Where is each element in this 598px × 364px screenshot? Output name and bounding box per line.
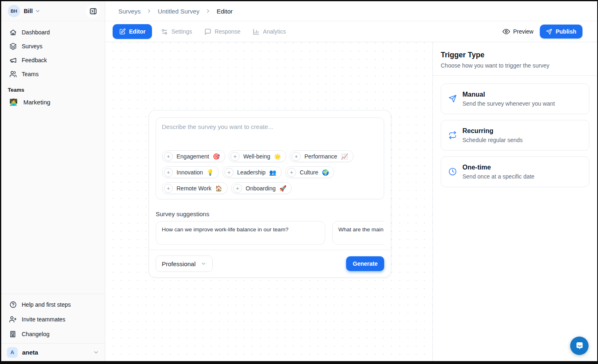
- topic-chips: + Engagement 🎯 + Well-being 🌟 +: [162, 150, 378, 194]
- breadcrumb-surveys[interactable]: Surveys: [118, 8, 140, 15]
- chat-launcher-button[interactable]: [570, 337, 589, 355]
- star-emoji: 🌟: [274, 153, 281, 160]
- trigger-option-one-time[interactable]: One-time Send once at a specific date: [441, 156, 589, 187]
- trigger-option-title: Manual: [462, 91, 555, 98]
- sidebar-item-marketing[interactable]: 👩‍💻 Marketing: [5, 95, 102, 109]
- user-menu[interactable]: A aneta: [1, 343, 105, 361]
- sidebar-item-changelog[interactable]: Changelog: [5, 327, 102, 341]
- sidebar-item-label: Invite teammates: [22, 316, 66, 323]
- suggestions-heading: Survey suggestions: [156, 210, 384, 217]
- sidebar-item-dashboard[interactable]: Dashboard: [5, 25, 102, 39]
- rocket-emoji: 🚀: [279, 185, 286, 192]
- sidebar-item-label: Dashboard: [22, 29, 50, 36]
- trigger-option-manual[interactable]: Manual Send the survey whenever you want: [441, 84, 589, 114]
- globe-emoji: 🌍: [322, 169, 329, 176]
- panel-subtitle: Choose how you want to trigger the surve…: [441, 62, 589, 69]
- breadcrumb-editor: Editor: [217, 8, 233, 15]
- chip-engagement[interactable]: + Engagement 🎯: [162, 150, 225, 162]
- suggestion-card[interactable]: What are the main ob: [332, 221, 384, 245]
- chevron-down-icon: [201, 261, 206, 267]
- chat-smile-icon: [575, 341, 584, 351]
- trigger-option-recurring[interactable]: Recurring Schedule regular sends: [441, 120, 589, 151]
- tab-analytics[interactable]: Analytics: [248, 24, 291, 39]
- publish-button[interactable]: Publish: [540, 25, 582, 38]
- chip-culture[interactable]: + Culture 🌍: [285, 166, 335, 178]
- user-plus-icon: [9, 316, 17, 323]
- workspace-switcher[interactable]: BH Bill: [1, 1, 105, 21]
- plus-icon: +: [233, 184, 242, 193]
- chevron-down-icon: [93, 349, 99, 355]
- home-icon: [9, 29, 17, 36]
- tab-label: Response: [215, 28, 240, 35]
- sidebar-item-label: Surveys: [22, 43, 43, 50]
- sidebar-item-label: Teams: [22, 71, 39, 77]
- chip-leadership[interactable]: + Leadership 👥: [222, 166, 282, 178]
- trigger-option-description: Send once at a specific date: [462, 173, 535, 180]
- tab-label: Editor: [129, 28, 145, 35]
- trigger-options: Manual Send the survey whenever you want…: [433, 76, 597, 195]
- plus-icon: +: [164, 152, 173, 161]
- generator-footer: Professional Generate: [149, 250, 391, 277]
- users-icon: [9, 70, 17, 78]
- sidebar-collapse-button[interactable]: [86, 4, 100, 18]
- tab-label: Analytics: [263, 28, 286, 35]
- chevron-right-icon: [205, 8, 211, 14]
- editor-canvas[interactable]: + Engagement 🎯 + Well-being 🌟 +: [105, 42, 433, 361]
- chat-bubble-icon: [204, 28, 211, 35]
- tab-editor[interactable]: Editor: [113, 24, 152, 39]
- preview-button[interactable]: Preview: [503, 28, 534, 35]
- content-area: + Engagement 🎯 + Well-being 🌟 +: [105, 42, 597, 361]
- plus-icon: +: [164, 184, 173, 193]
- chip-onboarding[interactable]: + Onboarding 🚀: [231, 182, 292, 194]
- sidebar-item-surveys[interactable]: Surveys: [5, 39, 102, 53]
- clock-icon: [448, 167, 457, 180]
- user-name: aneta: [22, 349, 38, 356]
- trigger-option-text: Recurring Schedule regular sends: [462, 127, 523, 143]
- send-icon: [448, 95, 457, 107]
- suggestion-card[interactable]: How can we improve work-life balance in …: [156, 221, 325, 245]
- sidebar-nav: Dashboard Surveys Feedback Teams: [1, 21, 105, 81]
- sidebar-item-help[interactable]: Help and first steps: [5, 297, 102, 312]
- trigger-option-text: Manual Send the survey whenever you want: [462, 91, 555, 107]
- tab-response[interactable]: Response: [199, 24, 245, 39]
- trigger-type-panel: Trigger Type Choose how you want to trig…: [433, 42, 597, 361]
- edit-icon: [119, 28, 126, 35]
- eye-icon: [503, 28, 510, 35]
- plus-icon: +: [287, 168, 296, 177]
- teams-section-label: Teams: [1, 81, 105, 95]
- workspace-avatar: BH: [8, 5, 20, 17]
- bulb-emoji: 💡: [207, 169, 214, 176]
- survey-generator-card: + Engagement 🎯 + Well-being 🌟 +: [149, 110, 391, 278]
- trigger-option-description: Schedule regular sends: [462, 137, 523, 143]
- chart-emoji: 📈: [341, 153, 348, 160]
- chevron-down-icon: [35, 8, 41, 14]
- sidebar-item-teams[interactable]: Teams: [5, 67, 102, 81]
- tone-select[interactable]: Professional: [156, 255, 213, 272]
- sidebar-item-label: Changelog: [22, 331, 50, 337]
- chip-well-being[interactable]: + Well-being 🌟: [229, 150, 286, 162]
- chip-remote-work[interactable]: + Remote Work 🏠: [162, 182, 228, 194]
- plus-icon: +: [224, 168, 233, 177]
- help-circle-icon: [9, 301, 17, 308]
- chip-performance[interactable]: + Performance 📈: [290, 150, 353, 162]
- breadcrumb: Surveys Untitled Survey Editor: [105, 1, 597, 21]
- generate-button[interactable]: Generate: [346, 256, 384, 271]
- bar-chart-icon: [253, 28, 260, 35]
- chip-innovation[interactable]: + Innovation 💡: [162, 166, 219, 178]
- publish-label: Publish: [555, 28, 576, 35]
- team-emoji: 👩‍💻: [9, 98, 18, 106]
- survey-prompt-input[interactable]: [162, 123, 378, 149]
- team-label: Marketing: [23, 99, 50, 106]
- repeat-icon: [448, 131, 457, 143]
- breadcrumb-untitled-survey[interactable]: Untitled Survey: [158, 8, 199, 15]
- user-avatar: A: [7, 347, 18, 358]
- sidebar-item-invite[interactable]: Invite teammates: [5, 312, 102, 327]
- tab-settings[interactable]: Settings: [156, 24, 197, 39]
- workspace-name: Bill: [24, 8, 33, 14]
- sidebar: BH Bill Dashboard Surveys: [1, 1, 105, 361]
- panel-right-icon: [89, 7, 97, 15]
- sidebar-item-feedback[interactable]: Feedback: [5, 53, 102, 67]
- panel-header: Trigger Type Choose how you want to trig…: [433, 42, 597, 76]
- main-column: Surveys Untitled Survey Editor Editor Se…: [105, 1, 597, 361]
- sidebar-spacer: [1, 109, 105, 294]
